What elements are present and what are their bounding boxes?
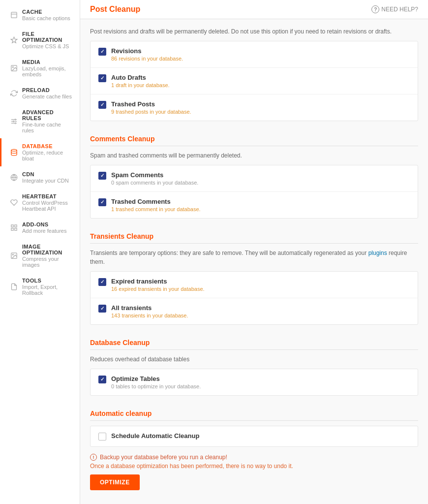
transients-cleanup-section: Transients Cleanup Transients are tempor… <box>90 232 418 325</box>
expired-transients-checkbox[interactable]: ✓ <box>98 278 106 286</box>
post-cleanup-checkbox-group: ✓ Revisions 86 revisions in your databas… <box>90 41 418 121</box>
post-cleanup-desc: Post revisions and drafts will be perman… <box>90 27 418 36</box>
trashed-comments-item: ✓ Trashed Comments 1 trashed comment in … <box>91 192 418 218</box>
image-optimization-icon <box>9 252 18 260</box>
trashed-comments-sub: 1 trashed comment in your database. <box>111 206 201 212</box>
heartbeat-icon <box>9 198 18 207</box>
transients-desc-link-text: They will be automatically regenerated a… <box>245 250 367 256</box>
database-cleanup-title: Database Cleanup <box>90 339 418 346</box>
sidebar-item-cdn[interactable]: CDN Integrate your CDN <box>0 166 80 189</box>
sidebar-item-file-optimization[interactable]: FILE OPTIMIZATION Optimize CSS & JS <box>0 26 80 54</box>
sidebar: CACHE Basic cache options FILE OPTIMIZAT… <box>0 0 80 504</box>
optimize-tables-sub: 0 tables to optimize in your database. <box>111 383 201 389</box>
sidebar-item-cache[interactable]: CACHE Basic cache options <box>0 4 80 26</box>
warning-2: Once a database optimization has been pe… <box>90 463 418 470</box>
auto-drafts-checkbox[interactable]: ✓ <box>98 74 106 82</box>
sidebar-database-title: DATABASE <box>22 143 74 149</box>
sidebar-item-preload[interactable]: PRELOAD Generate cache files <box>0 82 80 104</box>
post-cleanup-section: Post revisions and drafts will be perman… <box>90 27 418 121</box>
sidebar-item-image-optimization[interactable]: IMAGE OPTIMIZATION Compress your images <box>0 239 80 273</box>
optimize-tables-checkbox[interactable]: ✓ <box>98 376 106 383</box>
sidebar-tools-sub: Import, Export, Rollback <box>22 284 74 296</box>
advanced-rules-icon <box>9 117 18 126</box>
transients-cleanup-desc: Transients are temporary options: they a… <box>90 249 418 266</box>
transients-divider <box>90 243 418 244</box>
sidebar-item-media[interactable]: MEDIA LazyLoad, emojis, embeds <box>0 54 80 82</box>
preload-icon <box>9 89 18 98</box>
transients-cleanup-title: Transients Cleanup <box>90 232 418 240</box>
comments-cleanup-section: Comments Cleanup Spam and trashed commen… <box>90 135 418 219</box>
automatic-cleanup-title: Automatic cleanup <box>90 410 418 417</box>
sidebar-cdn-sub: Integrate your CDN <box>22 178 74 184</box>
sidebar-advanced-title: ADVANCED RULES <box>22 109 74 121</box>
schedule-auto-cleanup-item: Schedule Automatic Cleanup <box>91 426 418 446</box>
svg-rect-15 <box>14 225 16 227</box>
trashed-posts-item: ✓ Trashed Posts 9 trashed posts in your … <box>91 94 418 121</box>
spam-comments-sub: 0 spam comments in your database. <box>111 180 198 186</box>
database-cleanup-section: Database Cleanup Reduces overhead of dat… <box>90 339 418 396</box>
sidebar-media-title: MEDIA <box>22 59 74 65</box>
comments-cleanup-desc: Spam and trashed comments will be perman… <box>90 151 418 160</box>
sidebar-heartbeat-title: HEARTBEAT <box>22 193 74 199</box>
comments-cleanup-checkbox-group: ✓ Spam Comments 0 spam comments in your … <box>90 165 418 219</box>
sidebar-item-database[interactable]: DATABASE Optimize, reduce bloat <box>0 138 80 166</box>
svg-rect-16 <box>14 228 16 230</box>
sidebar-item-add-ons[interactable]: ADD-ONS Add more features <box>0 217 80 239</box>
svg-rect-17 <box>11 228 13 230</box>
transients-cleanup-checkbox-group: ✓ Expired transients 16 expired transien… <box>90 271 418 325</box>
trashed-comments-checkbox[interactable]: ✓ <box>98 198 106 206</box>
sidebar-advanced-sub: Fine-tune cache rules <box>22 122 74 133</box>
optimize-tables-item: ✓ Optimize Tables 0 tables to optimize i… <box>91 369 418 395</box>
revisions-label: Revisions <box>111 47 183 55</box>
svg-marker-2 <box>11 37 17 43</box>
cache-icon <box>9 11 18 20</box>
revisions-checkbox[interactable]: ✓ <box>98 48 106 56</box>
database-cleanup-desc: Reduces overhead of database tables <box>90 355 418 364</box>
expired-transients-label: Expired transients <box>111 278 205 285</box>
warning-1: ! Backup your database before you run a … <box>90 454 418 461</box>
sidebar-imgopt-sub: Compress your images <box>22 256 74 268</box>
database-cleanup-checkbox-group: ✓ Optimize Tables 0 tables to optimize i… <box>90 369 418 396</box>
main-content: Post Cleanup ? NEED HELP? Post revisions… <box>80 0 428 504</box>
top-bar: Post Cleanup ? NEED HELP? <box>80 0 428 19</box>
media-icon <box>9 64 18 73</box>
transients-plugins-link[interactable]: plugins <box>368 250 387 256</box>
sidebar-item-advanced-rules[interactable]: ADVANCED RULES Fine-tune cache rules <box>0 104 80 138</box>
trashed-posts-checkbox[interactable]: ✓ <box>98 101 106 109</box>
svg-point-11 <box>11 149 16 151</box>
automatic-cleanup-checkbox-group: Schedule Automatic Cleanup <box>90 426 418 447</box>
svg-rect-0 <box>11 12 16 18</box>
trashed-posts-sub: 9 trashed posts in your database. <box>111 109 191 115</box>
sidebar-heartbeat-sub: Control WordPress Heartbeat API <box>22 200 74 212</box>
spam-comments-item: ✓ Spam Comments 0 spam comments in your … <box>91 165 418 192</box>
schedule-auto-cleanup-label: Schedule Automatic Cleanup <box>111 432 199 440</box>
database-icon <box>9 148 18 157</box>
warning-text-1: Backup your database before you run a cl… <box>100 454 227 461</box>
auto-drafts-sub: 1 draft in your database. <box>111 82 170 88</box>
comments-cleanup-title: Comments Cleanup <box>90 135 418 143</box>
optimize-button[interactable]: OPTIMIZE <box>90 474 140 490</box>
svg-rect-14 <box>11 225 13 227</box>
sidebar-media-sub: LazyLoad, emojis, embeds <box>22 65 74 77</box>
sidebar-item-tools[interactable]: TOOLS Import, Export, Rollback <box>0 273 80 301</box>
sidebar-tools-title: TOOLS <box>22 278 74 284</box>
schedule-auto-cleanup-checkbox[interactable] <box>98 433 106 441</box>
warnings-area: ! Backup your database before you run a … <box>90 454 418 470</box>
all-transients-checkbox[interactable]: ✓ <box>98 305 106 313</box>
svg-point-4 <box>12 66 13 67</box>
trashed-posts-label: Trashed Posts <box>111 100 191 108</box>
sidebar-cache-title: CACHE <box>22 9 74 15</box>
sidebar-file-opt-sub: Optimize CSS & JS <box>22 43 74 49</box>
trashed-comments-label: Trashed Comments <box>111 198 201 205</box>
spam-comments-checkbox[interactable]: ✓ <box>98 172 106 180</box>
revisions-item: ✓ Revisions 86 revisions in your databas… <box>91 41 418 68</box>
expired-transients-sub: 16 expired transients in your database. <box>111 286 205 292</box>
file-optimization-icon <box>9 36 18 45</box>
need-help-button[interactable]: ? NEED HELP? <box>371 5 418 13</box>
sidebar-item-heartbeat[interactable]: HEARTBEAT Control WordPress Heartbeat AP… <box>0 189 80 217</box>
tools-icon <box>9 283 18 291</box>
all-transients-sub: 143 transients in your database. <box>111 313 188 318</box>
transients-desc-start: Transients are temporary options: they a… <box>90 250 245 256</box>
auto-drafts-item: ✓ Auto Drafts 1 draft in your database. <box>91 68 418 94</box>
automatic-cleanup-section: Automatic cleanup Schedule Automatic Cle… <box>90 410 418 490</box>
